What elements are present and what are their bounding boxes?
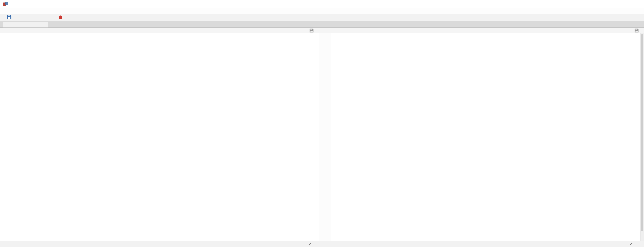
toolbar [0, 14, 644, 21]
menu-item-view[interactable] [28, 8, 35, 14]
menu-item-meld[interactable] [2, 8, 8, 14]
tab-diff[interactable] [3, 22, 48, 27]
menu-item-file[interactable] [8, 8, 15, 14]
right-save-file-icon[interactable] [634, 28, 639, 33]
save-button[interactable] [4, 14, 17, 20]
stop-button[interactable] [57, 14, 64, 20]
meld-window [0, 0, 644, 247]
vertical-scrollbar[interactable] [640, 33, 644, 241]
right-file-header [331, 28, 644, 33]
tab-bar [0, 21, 644, 28]
right-pane-status [625, 241, 637, 247]
scrollbar-thumb[interactable] [641, 34, 643, 231]
minimize-button[interactable] [600, 0, 615, 8]
left-pane-status [304, 241, 316, 247]
window-controls [600, 0, 644, 8]
maximize-button[interactable] [615, 0, 629, 8]
right-edit-mode-icon [629, 242, 633, 246]
file-headers [0, 28, 644, 33]
push-right-button[interactable] [41, 14, 48, 20]
right-code-pane[interactable] [331, 33, 640, 241]
close-button[interactable] [629, 0, 644, 8]
status-bar [0, 241, 644, 247]
header-gutter-spacer [319, 28, 331, 33]
diff-gutter [319, 33, 331, 241]
left-edit-mode-icon [308, 242, 312, 246]
menu-bar [0, 8, 644, 14]
undo-button[interactable] [18, 14, 26, 20]
menu-item-changes[interactable] [22, 8, 28, 14]
next-change-button[interactable] [49, 14, 56, 20]
menu-item-edit[interactable] [15, 8, 22, 14]
left-file-header [0, 28, 319, 33]
title-bar [0, 0, 644, 8]
meld-app-icon [3, 1, 8, 6]
diff-gutter-svg [319, 33, 331, 241]
diff-view [0, 33, 644, 241]
push-left-button[interactable] [33, 14, 40, 20]
record-icon [59, 15, 62, 19]
left-save-file-icon[interactable] [309, 28, 314, 33]
save-icon [6, 14, 12, 20]
left-code-pane[interactable] [0, 33, 319, 241]
